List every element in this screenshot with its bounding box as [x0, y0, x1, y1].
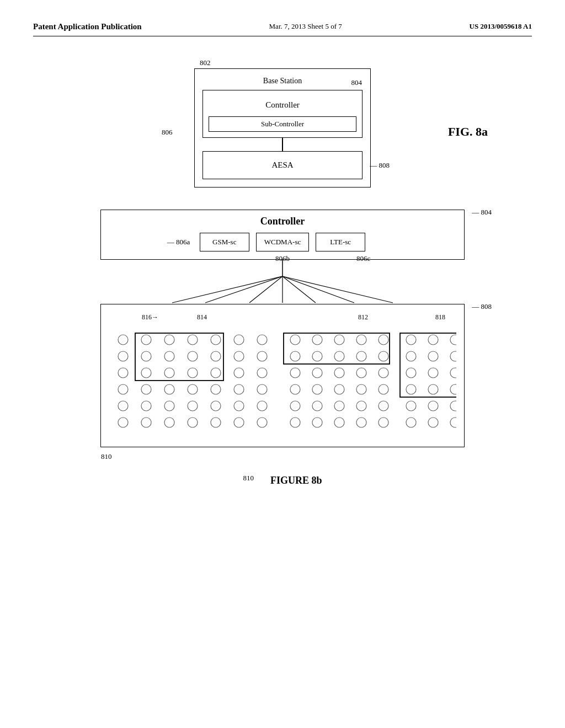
- gsm-label: GSM-sc: [212, 238, 236, 246]
- controller-804-box: Controller — 804 GSM-sc — 806a WCDMA-sc …: [100, 210, 465, 260]
- box-808: AESA — 808: [202, 151, 363, 179]
- ref-806-label: 806: [162, 128, 173, 137]
- box-802: Base Station 804 Controller Sub-Controll…: [194, 68, 371, 188]
- svg-point-96: [428, 417, 438, 427]
- svg-point-23: [118, 351, 128, 361]
- ref-808-label: — 808: [370, 161, 390, 170]
- svg-point-26: [188, 351, 198, 361]
- svg-point-82: [450, 401, 456, 411]
- fig8a-wrapper: 802 Base Station 804 Controller Sub-Cont…: [33, 58, 532, 188]
- svg-point-68: [118, 401, 128, 411]
- header-date-sheet: Mar. 7, 2013 Sheet 5 of 7: [269, 22, 342, 31]
- sub-controller-label: Sub-Controller: [261, 120, 304, 128]
- svg-point-78: [356, 401, 366, 411]
- svg-point-90: [290, 417, 300, 427]
- ref-818-label: 818: [435, 313, 445, 322]
- svg-point-21: [428, 335, 438, 345]
- base-station-label: Base Station: [202, 77, 363, 85]
- svg-point-33: [356, 351, 366, 361]
- svg-point-95: [406, 417, 416, 427]
- svg-point-30: [290, 351, 300, 361]
- svg-point-86: [188, 417, 198, 427]
- svg-point-28: [234, 351, 244, 361]
- aesa-808-box: — 808 816→ 814 812 818: [100, 304, 465, 447]
- ref-804b-label: — 804: [472, 208, 492, 217]
- svg-point-87: [211, 417, 221, 427]
- header-publication-type: Patent Application Publication: [33, 22, 142, 31]
- svg-point-35: [406, 351, 416, 361]
- lte-sc-box: LTE-sc 806c: [316, 233, 365, 251]
- ref-814-label: 814: [197, 313, 207, 322]
- ref-802-label: 802: [200, 58, 211, 67]
- svg-point-81: [428, 401, 438, 411]
- svg-point-52: [450, 368, 456, 378]
- svg-point-12: [211, 335, 221, 345]
- svg-point-65: [406, 384, 416, 394]
- controller-8b-label: Controller: [109, 216, 456, 227]
- svg-line-2: [205, 276, 282, 303]
- svg-point-36: [428, 351, 438, 361]
- svg-point-92: [334, 417, 344, 427]
- svg-point-14: [257, 335, 267, 345]
- svg-point-49: [379, 368, 388, 378]
- sub-controllers-row: GSM-sc — 806a WCDMA-sc 806b LTE-sc 806c: [109, 233, 456, 251]
- header-patent-number: US 2013/0059618 A1: [470, 22, 532, 31]
- ref-806a-label: — 806a: [167, 238, 190, 247]
- header: Patent Application Publication Mar. 7, 2…: [33, 22, 532, 36]
- svg-point-72: [211, 401, 221, 411]
- svg-point-46: [312, 368, 322, 378]
- connector-804-808: [282, 138, 283, 151]
- lte-label: LTE-sc: [330, 238, 351, 246]
- ref-808b-label: — 808: [472, 302, 492, 311]
- svg-point-42: [211, 368, 221, 378]
- svg-point-39: [141, 368, 151, 378]
- svg-point-89: [257, 417, 267, 427]
- svg-point-64: [379, 384, 388, 394]
- svg-point-60: [290, 384, 300, 394]
- aesa-label-8a: AESA: [271, 160, 293, 169]
- svg-point-22: [450, 335, 456, 345]
- svg-point-70: [164, 401, 174, 411]
- svg-point-58: [234, 384, 244, 394]
- svg-point-59: [257, 384, 267, 394]
- svg-point-41: [188, 368, 198, 378]
- svg-point-75: [290, 401, 300, 411]
- box-804: 804 Controller Sub-Controller: [202, 90, 363, 138]
- svg-point-40: [164, 368, 174, 378]
- svg-point-74: [257, 401, 267, 411]
- ref-812-label: 812: [358, 313, 368, 322]
- svg-point-80: [406, 401, 416, 411]
- svg-point-94: [379, 417, 388, 427]
- wcdma-sc-box: WCDMA-sc 806b: [256, 233, 309, 251]
- svg-line-6: [282, 276, 354, 303]
- svg-point-88: [234, 417, 244, 427]
- ref-804-label: 804: [351, 78, 363, 87]
- svg-point-76: [312, 401, 322, 411]
- ref-810-caption: 810: [243, 474, 254, 483]
- svg-point-34: [379, 351, 388, 361]
- svg-point-17: [334, 335, 344, 345]
- svg-point-55: [164, 384, 174, 394]
- svg-point-91: [312, 417, 322, 427]
- ref-810-label: 810: [101, 452, 112, 461]
- svg-point-61: [312, 384, 322, 394]
- svg-point-10: [164, 335, 174, 345]
- svg-point-20: [406, 335, 416, 345]
- page: Patent Application Publication Mar. 7, 2…: [0, 0, 565, 728]
- svg-point-9: [141, 335, 151, 345]
- svg-point-19: [379, 335, 388, 345]
- svg-point-29: [257, 351, 267, 361]
- svg-point-51: [428, 368, 438, 378]
- svg-point-66: [428, 384, 438, 394]
- svg-point-37: [450, 351, 456, 361]
- svg-point-73: [234, 401, 244, 411]
- fig8b-wrapper: Controller — 804 GSM-sc — 806a WCDMA-sc …: [33, 210, 532, 486]
- svg-point-47: [334, 368, 344, 378]
- antenna-array-svg: // We'll use inline SVG directly: [109, 329, 456, 439]
- fig8a-title: FIG. 8a: [448, 125, 488, 139]
- svg-point-67: [450, 384, 456, 394]
- fig8b-title: FIGURE 8b: [270, 475, 322, 486]
- ref-806b-label: 806b: [275, 254, 290, 263]
- svg-point-8: [118, 335, 128, 345]
- svg-point-97: [450, 417, 456, 427]
